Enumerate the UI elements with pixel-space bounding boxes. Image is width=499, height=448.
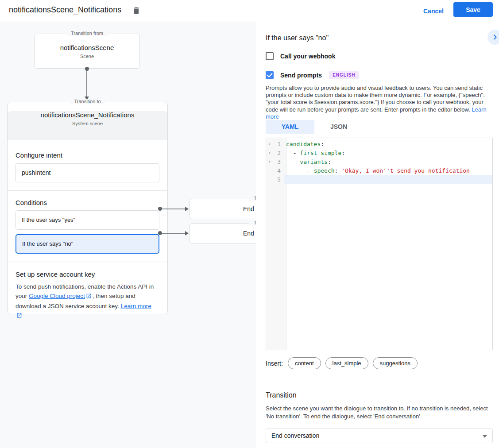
transition-to-legend: Transition to: [249, 196, 256, 201]
fold-arrow-icon[interactable]: ▾: [266, 158, 273, 166]
language-badge: ENGLISH: [329, 71, 359, 79]
code-text: candidates:: [284, 140, 492, 149]
delete-scene-button[interactable]: [130, 5, 143, 17]
trash-icon: [132, 10, 141, 16]
insert-toolbar: Insert: content last_simple suggestions: [266, 357, 422, 369]
transition-to-card: Transition to notificationsScene_Notific…: [7, 102, 168, 314]
intent-item[interactable]: pushIntent: [15, 163, 159, 182]
code-line: ▾ 3 variants:: [266, 158, 492, 166]
condition-yes-output-dot[interactable]: [158, 207, 162, 211]
scene-card-subtitle: System scene: [8, 121, 167, 126]
prompts-description: Prompts allow you to provide audio and v…: [266, 85, 494, 120]
external-link-icon: [86, 292, 92, 301]
connector-line-vertical: [86, 70, 87, 97]
connector-line-yes: [162, 209, 185, 209]
editor-format-tabs: YAML JSON: [266, 120, 363, 134]
transition-to-legend: Transition to: [249, 220, 256, 225]
transition-from-node[interactable]: Transition from notificationsScene Scene: [34, 34, 140, 69]
scene-editor-app: notificationsScene_Notifications Cancel …: [0, 0, 499, 448]
connector-line-no: [162, 233, 185, 234]
tab-yaml[interactable]: YAML: [266, 120, 314, 134]
code-text: variants:: [284, 158, 492, 166]
end-conversation-node-no[interactable]: Transition to End conversation: [190, 223, 256, 243]
transition-select-value: End conversation: [271, 429, 319, 443]
insert-chip-last-simple[interactable]: last_simple: [325, 357, 368, 369]
call-webhook-label: Call your webhook: [280, 53, 335, 60]
arrow-right-icon: [185, 207, 189, 211]
transition-heading: Transition: [266, 391, 297, 399]
transition-from-legend: Transition from: [66, 31, 108, 36]
fold-arrow-icon: [266, 175, 273, 184]
send-prompts-checkbox[interactable]: [266, 71, 274, 79]
condition-no-output-dot[interactable]: [158, 231, 162, 235]
scene-card-body: Configure intent pushIntent Conditions I…: [8, 151, 167, 321]
connector-dot: [85, 67, 89, 71]
code-line: ▾ 2 - first_simple:: [266, 149, 492, 158]
chevron-right-icon: [491, 35, 499, 42]
panel-divider: [256, 380, 499, 380]
from-node-title: notificationsScene: [35, 44, 139, 51]
google-cloud-project-link[interactable]: Google Cloud project: [29, 293, 85, 299]
configure-intent-heading: Configure intent: [15, 151, 159, 159]
line-number: 3: [273, 158, 284, 166]
code-lines: ▾ 1 candidates: ▾ 2 - first_simple: ▾ 3 …: [266, 138, 492, 184]
conditions-heading: Conditions: [15, 199, 159, 206]
webhook-row: Call your webhook: [266, 52, 335, 60]
insert-chip-suggestions[interactable]: suggestions: [373, 357, 418, 369]
scene-card-title: notificationsScene_Notifications: [8, 111, 167, 119]
tab-json[interactable]: JSON: [314, 120, 363, 134]
from-node-subtitle: Scene: [35, 54, 139, 59]
code-line-active: 5: [266, 175, 492, 184]
end-conversation-node-yes[interactable]: Transition to End conversation: [190, 199, 256, 219]
collapse-panel-button[interactable]: [487, 30, 499, 45]
code-text: - speech: 'Okay, I won''t send you notif…: [284, 166, 492, 175]
line-number: 5: [273, 175, 284, 184]
insert-label: Insert:: [266, 360, 283, 367]
call-webhook-checkbox[interactable]: [266, 52, 274, 60]
condition-item-no[interactable]: If the user says "no": [15, 234, 159, 254]
code-line: 4 - speech: 'Okay, I won''t send you not…: [266, 166, 492, 175]
line-number: 2: [273, 149, 284, 158]
fold-arrow-icon[interactable]: ▾: [266, 149, 273, 158]
line-number: 4: [273, 166, 284, 175]
arrow-right-icon: [185, 231, 189, 236]
end-node-label: End conversation: [190, 224, 256, 243]
send-prompts-label: Send prompts: [280, 72, 322, 79]
service-key-paragraph: To send push notifications, enable the A…: [15, 282, 159, 321]
insert-chip-content[interactable]: content: [288, 357, 321, 369]
transition-to-legend: Transition to: [70, 99, 105, 104]
yaml-code-editor[interactable]: ▾ 1 candidates: ▾ 2 - first_simple: ▾ 3 …: [266, 138, 493, 350]
page-title: notificationsScene_Notifications: [9, 5, 121, 15]
code-text: [284, 175, 492, 184]
save-button[interactable]: Save: [453, 2, 493, 17]
cancel-button[interactable]: Cancel: [418, 4, 449, 18]
line-number: 1: [273, 140, 284, 149]
code-text: - first_simple:: [284, 149, 492, 158]
condition-item-yes[interactable]: If the user says "yes": [15, 210, 159, 230]
top-bar: notificationsScene_Notifications Cancel …: [0, 0, 499, 22]
card-section-divider: [8, 190, 167, 191]
condition-detail-panel: If the user says "no" Call your webhook …: [256, 22, 499, 448]
chevron-down-icon: [483, 435, 487, 438]
scene-card-header: notificationsScene_Notifications System …: [8, 111, 167, 139]
external-link-icon: [16, 312, 22, 321]
scene-diagram-canvas: Transition from notificationsScene Scene…: [0, 22, 256, 448]
panel-title: If the user says "no": [266, 34, 329, 42]
prompts-description-text: Prompts allow you to provide audio and v…: [266, 85, 485, 113]
learn-more-link[interactable]: Learn more: [121, 303, 151, 309]
service-key-heading: Set up service account key: [15, 270, 159, 278]
code-line: ▾ 1 candidates:: [266, 140, 492, 149]
card-section-divider: [8, 262, 167, 262]
fold-arrow-icon: [266, 166, 273, 175]
fold-arrow-icon[interactable]: ▾: [266, 140, 273, 149]
transition-select[interactable]: End conversation: [266, 429, 493, 443]
transition-description: Select the scene you want the dialogue t…: [266, 405, 494, 420]
prompts-row: Send prompts ENGLISH: [266, 71, 359, 79]
end-node-label: End conversation: [190, 199, 256, 219]
